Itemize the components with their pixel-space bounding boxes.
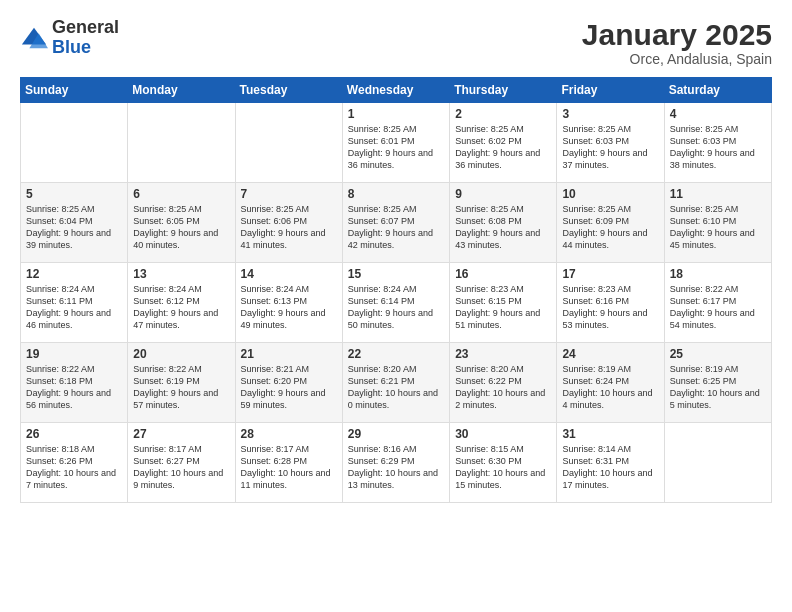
calendar-cell: 1Sunrise: 8:25 AM Sunset: 6:01 PM Daylig… (342, 103, 449, 183)
day-number: 5 (26, 187, 122, 201)
day-number: 16 (455, 267, 551, 281)
day-info: Sunrise: 8:22 AM Sunset: 6:19 PM Dayligh… (133, 363, 229, 412)
calendar-title: January 2025 (582, 18, 772, 51)
day-info: Sunrise: 8:24 AM Sunset: 6:12 PM Dayligh… (133, 283, 229, 332)
calendar-week-3: 19Sunrise: 8:22 AM Sunset: 6:18 PM Dayli… (21, 343, 772, 423)
day-number: 21 (241, 347, 337, 361)
day-info: Sunrise: 8:15 AM Sunset: 6:30 PM Dayligh… (455, 443, 551, 492)
calendar-weekday-friday: Friday (557, 78, 664, 103)
calendar-cell: 27Sunrise: 8:17 AM Sunset: 6:27 PM Dayli… (128, 423, 235, 503)
calendar-weekday-saturday: Saturday (664, 78, 771, 103)
calendar-cell: 31Sunrise: 8:14 AM Sunset: 6:31 PM Dayli… (557, 423, 664, 503)
calendar-cell: 13Sunrise: 8:24 AM Sunset: 6:12 PM Dayli… (128, 263, 235, 343)
day-number: 11 (670, 187, 766, 201)
day-info: Sunrise: 8:24 AM Sunset: 6:11 PM Dayligh… (26, 283, 122, 332)
calendar-cell: 19Sunrise: 8:22 AM Sunset: 6:18 PM Dayli… (21, 343, 128, 423)
calendar-cell: 18Sunrise: 8:22 AM Sunset: 6:17 PM Dayli… (664, 263, 771, 343)
day-info: Sunrise: 8:25 AM Sunset: 6:01 PM Dayligh… (348, 123, 444, 172)
day-info: Sunrise: 8:20 AM Sunset: 6:21 PM Dayligh… (348, 363, 444, 412)
day-info: Sunrise: 8:25 AM Sunset: 6:08 PM Dayligh… (455, 203, 551, 252)
day-number: 7 (241, 187, 337, 201)
calendar-cell: 15Sunrise: 8:24 AM Sunset: 6:14 PM Dayli… (342, 263, 449, 343)
logo-general-text: General (52, 17, 119, 37)
day-info: Sunrise: 8:25 AM Sunset: 6:02 PM Dayligh… (455, 123, 551, 172)
day-number: 25 (670, 347, 766, 361)
day-info: Sunrise: 8:25 AM Sunset: 6:05 PM Dayligh… (133, 203, 229, 252)
calendar-cell: 24Sunrise: 8:19 AM Sunset: 6:24 PM Dayli… (557, 343, 664, 423)
calendar-cell (21, 103, 128, 183)
calendar-cell: 20Sunrise: 8:22 AM Sunset: 6:19 PM Dayli… (128, 343, 235, 423)
calendar-week-0: 1Sunrise: 8:25 AM Sunset: 6:01 PM Daylig… (21, 103, 772, 183)
day-info: Sunrise: 8:19 AM Sunset: 6:25 PM Dayligh… (670, 363, 766, 412)
day-number: 10 (562, 187, 658, 201)
calendar-cell: 9Sunrise: 8:25 AM Sunset: 6:08 PM Daylig… (450, 183, 557, 263)
calendar-cell: 21Sunrise: 8:21 AM Sunset: 6:20 PM Dayli… (235, 343, 342, 423)
day-number: 24 (562, 347, 658, 361)
title-block: January 2025 Orce, Andalusia, Spain (582, 18, 772, 67)
calendar-cell: 3Sunrise: 8:25 AM Sunset: 6:03 PM Daylig… (557, 103, 664, 183)
calendar-table: SundayMondayTuesdayWednesdayThursdayFrid… (20, 77, 772, 503)
day-number: 31 (562, 427, 658, 441)
calendar-subtitle: Orce, Andalusia, Spain (582, 51, 772, 67)
calendar-cell: 16Sunrise: 8:23 AM Sunset: 6:15 PM Dayli… (450, 263, 557, 343)
day-number: 3 (562, 107, 658, 121)
day-number: 30 (455, 427, 551, 441)
day-number: 23 (455, 347, 551, 361)
day-number: 14 (241, 267, 337, 281)
day-info: Sunrise: 8:17 AM Sunset: 6:28 PM Dayligh… (241, 443, 337, 492)
calendar-cell: 26Sunrise: 8:18 AM Sunset: 6:26 PM Dayli… (21, 423, 128, 503)
calendar-weekday-monday: Monday (128, 78, 235, 103)
calendar-cell: 10Sunrise: 8:25 AM Sunset: 6:09 PM Dayli… (557, 183, 664, 263)
day-number: 18 (670, 267, 766, 281)
day-info: Sunrise: 8:18 AM Sunset: 6:26 PM Dayligh… (26, 443, 122, 492)
day-info: Sunrise: 8:23 AM Sunset: 6:16 PM Dayligh… (562, 283, 658, 332)
day-info: Sunrise: 8:22 AM Sunset: 6:17 PM Dayligh… (670, 283, 766, 332)
logo-icon (20, 24, 48, 52)
day-info: Sunrise: 8:20 AM Sunset: 6:22 PM Dayligh… (455, 363, 551, 412)
calendar-cell: 11Sunrise: 8:25 AM Sunset: 6:10 PM Dayli… (664, 183, 771, 263)
day-info: Sunrise: 8:25 AM Sunset: 6:04 PM Dayligh… (26, 203, 122, 252)
day-info: Sunrise: 8:16 AM Sunset: 6:29 PM Dayligh… (348, 443, 444, 492)
day-number: 13 (133, 267, 229, 281)
day-number: 17 (562, 267, 658, 281)
day-number: 2 (455, 107, 551, 121)
calendar-cell: 29Sunrise: 8:16 AM Sunset: 6:29 PM Dayli… (342, 423, 449, 503)
day-number: 27 (133, 427, 229, 441)
day-info: Sunrise: 8:21 AM Sunset: 6:20 PM Dayligh… (241, 363, 337, 412)
calendar-weekday-wednesday: Wednesday (342, 78, 449, 103)
calendar-cell (235, 103, 342, 183)
calendar-cell: 14Sunrise: 8:24 AM Sunset: 6:13 PM Dayli… (235, 263, 342, 343)
calendar-week-1: 5Sunrise: 8:25 AM Sunset: 6:04 PM Daylig… (21, 183, 772, 263)
day-number: 26 (26, 427, 122, 441)
calendar-cell: 7Sunrise: 8:25 AM Sunset: 6:06 PM Daylig… (235, 183, 342, 263)
calendar-cell: 4Sunrise: 8:25 AM Sunset: 6:03 PM Daylig… (664, 103, 771, 183)
day-info: Sunrise: 8:25 AM Sunset: 6:03 PM Dayligh… (670, 123, 766, 172)
day-number: 20 (133, 347, 229, 361)
calendar-cell: 8Sunrise: 8:25 AM Sunset: 6:07 PM Daylig… (342, 183, 449, 263)
day-number: 9 (455, 187, 551, 201)
day-number: 1 (348, 107, 444, 121)
day-number: 6 (133, 187, 229, 201)
day-info: Sunrise: 8:25 AM Sunset: 6:10 PM Dayligh… (670, 203, 766, 252)
day-number: 15 (348, 267, 444, 281)
calendar-cell: 22Sunrise: 8:20 AM Sunset: 6:21 PM Dayli… (342, 343, 449, 423)
calendar-cell (128, 103, 235, 183)
calendar-weekday-sunday: Sunday (21, 78, 128, 103)
day-info: Sunrise: 8:25 AM Sunset: 6:07 PM Dayligh… (348, 203, 444, 252)
page: General Blue January 2025 Orce, Andalusi… (0, 0, 792, 612)
calendar-header-row: SundayMondayTuesdayWednesdayThursdayFrid… (21, 78, 772, 103)
logo: General Blue (20, 18, 119, 58)
day-number: 28 (241, 427, 337, 441)
logo-blue-text: Blue (52, 37, 91, 57)
day-number: 22 (348, 347, 444, 361)
calendar-cell: 25Sunrise: 8:19 AM Sunset: 6:25 PM Dayli… (664, 343, 771, 423)
calendar-cell: 12Sunrise: 8:24 AM Sunset: 6:11 PM Dayli… (21, 263, 128, 343)
day-info: Sunrise: 8:25 AM Sunset: 6:09 PM Dayligh… (562, 203, 658, 252)
day-info: Sunrise: 8:19 AM Sunset: 6:24 PM Dayligh… (562, 363, 658, 412)
day-number: 4 (670, 107, 766, 121)
calendar-cell: 2Sunrise: 8:25 AM Sunset: 6:02 PM Daylig… (450, 103, 557, 183)
day-info: Sunrise: 8:24 AM Sunset: 6:14 PM Dayligh… (348, 283, 444, 332)
day-info: Sunrise: 8:14 AM Sunset: 6:31 PM Dayligh… (562, 443, 658, 492)
calendar-cell: 28Sunrise: 8:17 AM Sunset: 6:28 PM Dayli… (235, 423, 342, 503)
calendar-cell: 5Sunrise: 8:25 AM Sunset: 6:04 PM Daylig… (21, 183, 128, 263)
